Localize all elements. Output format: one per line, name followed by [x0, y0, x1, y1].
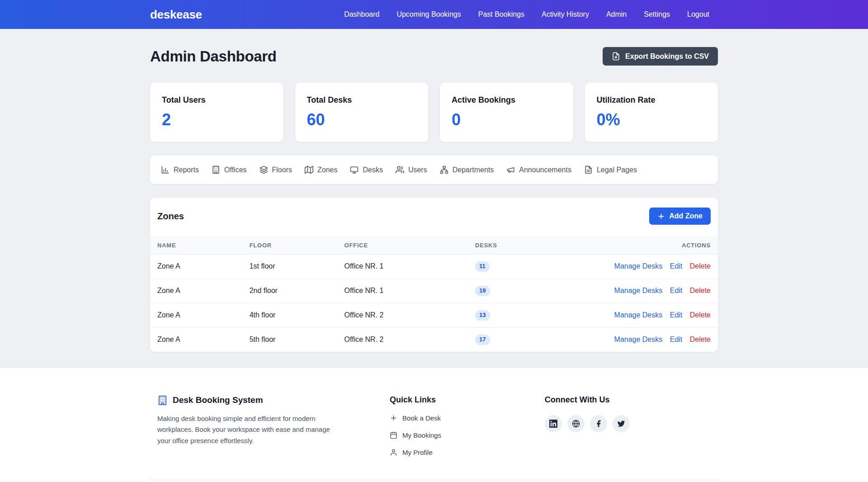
- hierarchy-icon: [440, 165, 448, 174]
- export-bookings-csv-button[interactable]: Export Bookings to CSV: [603, 47, 718, 66]
- nav-link-admin[interactable]: Admin: [598, 6, 635, 23]
- stats-row: Total Users 2 Total Desks 60 Active Book…: [150, 83, 718, 142]
- nav-link-dashboard[interactable]: Dashboard: [335, 6, 388, 23]
- col-header-actions: ACTIONS: [602, 236, 718, 255]
- tab-offices[interactable]: Offices: [205, 163, 253, 177]
- zone-floor: 2nd floor: [242, 279, 337, 303]
- stat-card-total-desks: Total Desks 60: [295, 83, 429, 142]
- page-footer: Desk Booking System Making desk booking …: [0, 368, 868, 482]
- manage-desks-link[interactable]: Manage Desks: [614, 262, 663, 270]
- zone-floor: 4th floor: [242, 303, 337, 327]
- page-header: Admin Dashboard Export Bookings to CSV: [150, 47, 718, 66]
- zone-office: Office NR. 2: [337, 303, 468, 327]
- admin-tabs-card: Reports Offices Floors Zones Desks: [150, 156, 718, 184]
- delete-link[interactable]: Delete: [690, 311, 711, 319]
- quick-links-heading: Quick Links: [390, 395, 545, 405]
- stat-label: Total Users: [162, 95, 272, 105]
- stat-value: 60: [307, 110, 417, 129]
- stat-label: Total Desks: [307, 95, 417, 105]
- edit-link[interactable]: Edit: [670, 287, 683, 294]
- edit-link[interactable]: Edit: [670, 311, 683, 319]
- twitter-icon[interactable]: [613, 415, 630, 432]
- edit-link[interactable]: Edit: [670, 262, 683, 270]
- export-button-label: Export Bookings to CSV: [625, 52, 709, 61]
- zone-office: Office NR. 2: [337, 327, 468, 351]
- quick-link-label: Book a Desk: [402, 414, 441, 422]
- tab-label: Zones: [317, 166, 337, 174]
- tab-label: Departments: [453, 166, 494, 174]
- footer-brand-title: Desk Booking System: [173, 395, 263, 405]
- nav-link-upcoming-bookings[interactable]: Upcoming Bookings: [388, 6, 469, 23]
- col-header-name: NAME: [150, 236, 242, 255]
- admin-tabs: Reports Offices Floors Zones Desks: [150, 156, 718, 184]
- file-export-icon: [612, 52, 620, 61]
- zone-name: Zone A: [150, 303, 242, 327]
- linkedin-icon[interactable]: [545, 415, 562, 432]
- social-links: [545, 415, 711, 432]
- desk-count-badge: 19: [475, 286, 490, 296]
- plus-icon: [390, 414, 397, 422]
- delete-link[interactable]: Delete: [690, 262, 711, 270]
- desk-count-badge: 11: [475, 261, 490, 272]
- delete-link[interactable]: Delete: [690, 336, 711, 343]
- tab-label: Floors: [272, 166, 292, 174]
- tab-label: Announcements: [519, 166, 571, 174]
- nav-link-past-bookings[interactable]: Past Bookings: [470, 6, 533, 23]
- tab-departments[interactable]: Departments: [434, 163, 500, 177]
- nav-link-logout[interactable]: Logout: [679, 6, 718, 23]
- calendar-icon: [390, 431, 397, 439]
- footer-quick-links-column: Quick Links Book a Desk My Bookings My P…: [390, 395, 545, 456]
- desk-count-badge: 13: [475, 310, 490, 321]
- footer-brand-description: Making desk booking simple and efficient…: [157, 413, 336, 447]
- col-header-floor: FLOOR: [242, 236, 337, 255]
- edit-link[interactable]: Edit: [670, 336, 683, 343]
- add-zone-button[interactable]: Add Zone: [649, 208, 711, 225]
- map-icon: [305, 165, 313, 174]
- bar-chart-icon: [161, 165, 170, 174]
- zone-office: Office NR. 1: [337, 255, 468, 279]
- zone-floor: 5th floor: [242, 327, 337, 351]
- tab-desks[interactable]: Desks: [344, 163, 389, 177]
- manage-desks-link[interactable]: Manage Desks: [614, 311, 663, 319]
- main-content: Admin Dashboard Export Bookings to CSV T…: [0, 29, 868, 352]
- table-header-row: NAME FLOOR OFFICE DESKS ACTIONS: [150, 236, 718, 255]
- stat-value: 0%: [597, 110, 707, 129]
- desk-icon: [350, 165, 359, 174]
- zone-office: Office NR. 1: [337, 279, 468, 303]
- manage-desks-link[interactable]: Manage Desks: [614, 336, 663, 343]
- quick-link-my-bookings[interactable]: My Bookings: [390, 431, 545, 439]
- delete-link[interactable]: Delete: [690, 287, 711, 294]
- stat-value: 0: [452, 110, 561, 129]
- user-icon: [390, 449, 397, 456]
- file-text-icon: [584, 165, 593, 174]
- tab-announcements[interactable]: Announcements: [500, 163, 578, 177]
- tab-legal-pages[interactable]: Legal Pages: [578, 163, 643, 177]
- zone-name: Zone A: [150, 327, 242, 351]
- facebook-icon[interactable]: [590, 415, 607, 432]
- tab-reports[interactable]: Reports: [155, 163, 205, 177]
- tab-floors[interactable]: Floors: [253, 163, 298, 177]
- table-row: Zone A 4th floor Office NR. 2 13 Manage …: [150, 303, 718, 327]
- add-zone-label: Add Zone: [669, 212, 703, 220]
- tab-zones[interactable]: Zones: [298, 163, 344, 177]
- brand-logo[interactable]: deskease: [150, 8, 202, 22]
- plus-icon: [657, 213, 665, 220]
- tab-label: Legal Pages: [597, 166, 637, 174]
- page-title: Admin Dashboard: [150, 48, 277, 65]
- nav-links: Dashboard Upcoming Bookings Past Booking…: [335, 6, 718, 23]
- zones-header: Zones Add Zone: [150, 198, 718, 225]
- stat-value: 2: [162, 110, 272, 129]
- footer-social-column: Connect With Us: [545, 395, 711, 456]
- megaphone-icon: [506, 165, 515, 174]
- table-row: Zone A 2nd floor Office NR. 1 19 Manage …: [150, 279, 718, 303]
- manage-desks-link[interactable]: Manage Desks: [614, 287, 663, 294]
- table-row: Zone A 5th floor Office NR. 2 17 Manage …: [150, 327, 718, 351]
- quick-link-book-a-desk[interactable]: Book a Desk: [390, 414, 545, 422]
- nav-link-activity-history[interactable]: Activity History: [533, 6, 598, 23]
- zones-panel: Zones Add Zone NAME FLOOR OFFICE DESKS A…: [150, 198, 718, 352]
- nav-link-settings[interactable]: Settings: [635, 6, 679, 23]
- quick-link-my-profile[interactable]: My Profile: [390, 449, 545, 456]
- tab-users[interactable]: Users: [389, 163, 434, 177]
- building-icon: [157, 395, 168, 406]
- globe-icon[interactable]: [567, 415, 585, 432]
